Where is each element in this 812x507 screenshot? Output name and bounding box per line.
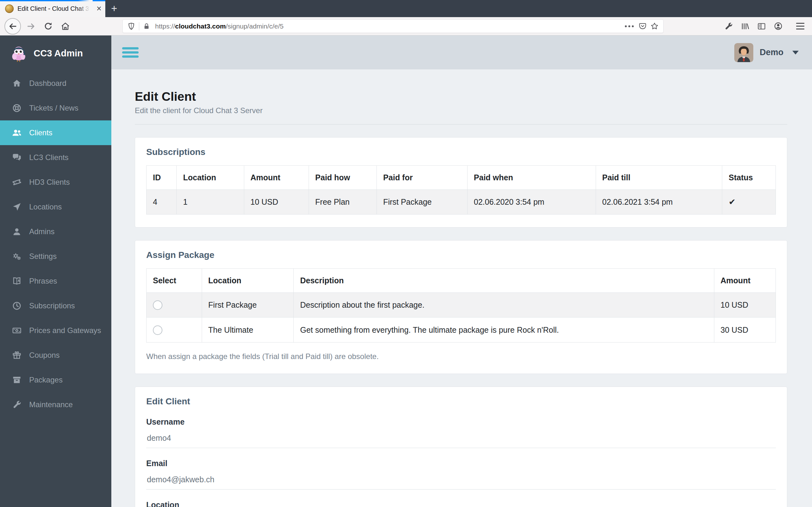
urlbar-separator xyxy=(139,22,139,31)
ticket-icon xyxy=(12,177,21,187)
table-row: First Package Description about the firs… xyxy=(147,293,776,318)
pocket-save-icon[interactable] xyxy=(639,22,647,31)
cogs-icon xyxy=(12,251,21,261)
username-input[interactable]: demo4 xyxy=(146,427,776,448)
assign-package-card: Assign Package Select Location Descripti… xyxy=(135,240,787,374)
url-host: cloudchat3.com xyxy=(175,22,226,30)
package-radio[interactable] xyxy=(153,326,162,335)
card-title: Edit Client xyxy=(146,396,776,406)
col-header-paid-when: Paid when xyxy=(467,166,596,190)
sidebar-item-dashboard[interactable]: Dashboard xyxy=(0,71,111,96)
back-button[interactable] xyxy=(4,18,21,35)
sidebar-item-label: Locations xyxy=(29,203,62,211)
sidebar-item-label: Maintenance xyxy=(29,400,72,409)
cell-description: Description about the first package. xyxy=(294,293,714,318)
cell-select xyxy=(147,318,202,342)
back-arrow-icon xyxy=(8,21,17,31)
col-header-id: ID xyxy=(147,166,177,190)
sidebar-item-coupons[interactable]: Coupons xyxy=(0,343,111,368)
reload-button[interactable] xyxy=(41,21,55,31)
cell-location: 1 xyxy=(177,190,244,215)
chevron-down-icon xyxy=(792,51,799,55)
new-tab-button[interactable]: + xyxy=(105,0,123,17)
col-header-paid-how: Paid how xyxy=(309,166,376,190)
comments-icon xyxy=(12,153,21,162)
package-radio[interactable] xyxy=(153,300,162,310)
address-bar[interactable]: https://cloudchat3.com/signup/admin/c/e/… xyxy=(122,19,664,33)
sidebar-item-admins[interactable]: Admins xyxy=(0,219,111,244)
user-menu[interactable]: Demo xyxy=(734,43,799,62)
cell-select xyxy=(147,293,202,318)
sidebar-item-packages[interactable]: Packages xyxy=(0,368,111,392)
cell-location: First Package xyxy=(202,293,294,318)
sidebar-toggle-button[interactable] xyxy=(755,22,768,31)
sidebar-collapse-button[interactable] xyxy=(122,47,139,58)
sidebar-item-label: LC3 Clients xyxy=(29,153,68,162)
language-book-icon xyxy=(12,276,21,286)
forward-button[interactable] xyxy=(24,21,38,31)
email-input[interactable]: demo4@jakweb.ch xyxy=(146,468,776,490)
wrench-icon xyxy=(724,22,733,31)
browser-tab[interactable]: Edit Client - Cloud Chat 3 :: Adm × xyxy=(0,0,105,17)
cell-location: The Ultimate xyxy=(202,318,294,342)
col-header-paid-for: Paid for xyxy=(377,166,467,190)
cell-id: 4 xyxy=(147,190,177,215)
clock-icon xyxy=(12,301,21,311)
page-actions-icon[interactable] xyxy=(625,25,634,27)
sidebar-item-tickets-news[interactable]: Tickets / News xyxy=(0,96,111,120)
reload-icon xyxy=(44,21,53,31)
sidebar-item-prices-gateways[interactable]: Prices and Gateways xyxy=(0,318,111,343)
sidebar-item-phrases[interactable]: Phrases xyxy=(0,269,111,293)
tab-title: Edit Client - Cloud Chat 3 :: Adm xyxy=(17,5,93,12)
avatar-image xyxy=(734,43,753,62)
browser-toolbar: https://cloudchat3.com/signup/admin/c/e/… xyxy=(0,17,812,36)
sidebar-item-locations[interactable]: Locations xyxy=(0,194,111,219)
brand[interactable]: CC3 Admin xyxy=(0,36,111,71)
sidebar-item-label: Dashboard xyxy=(29,79,66,88)
cell-paid-till: 02.06.2021 3:54 pm xyxy=(596,190,722,215)
cell-paid-how: Free Plan xyxy=(309,190,376,215)
sidebar-item-clients[interactable]: Clients xyxy=(0,120,111,145)
cell-amount: 10 USD xyxy=(244,190,309,215)
col-header-select: Select xyxy=(147,269,202,293)
cell-amount: 10 USD xyxy=(714,293,775,318)
browser-menu-button[interactable] xyxy=(793,23,808,30)
bookmark-star-icon[interactable] xyxy=(650,22,659,31)
account-button[interactable] xyxy=(771,21,785,31)
forward-arrow-icon xyxy=(26,21,36,31)
users-icon xyxy=(12,128,21,137)
url-text: https://cloudchat3.com/signup/admin/c/e/… xyxy=(155,22,284,30)
sidebar-item-label: Subscriptions xyxy=(29,301,75,310)
sidebar-item-label: Admins xyxy=(29,227,55,236)
account-icon xyxy=(774,21,783,31)
col-header-amount: Amount xyxy=(714,269,775,293)
sidebar-item-maintenance[interactable]: Maintenance xyxy=(0,392,111,417)
cell-paid-when: 02.06.2020 3:54 pm xyxy=(467,190,596,215)
library-button[interactable] xyxy=(739,22,752,31)
sidebar-item-label: Settings xyxy=(29,252,57,261)
col-header-description: Description xyxy=(294,269,714,293)
sidebar-item-subscriptions[interactable]: Subscriptions xyxy=(0,293,111,318)
subscriptions-card: Subscriptions ID Location Amount Paid ho… xyxy=(135,137,787,228)
page-content: Edit Client Edit the client for Cloud Ch… xyxy=(111,69,812,507)
lock-icon[interactable] xyxy=(143,22,150,30)
sidebar-item-lc3-clients[interactable]: LC3 Clients xyxy=(0,145,111,170)
avatar xyxy=(734,43,753,62)
sidebar-item-label: HD3 Clients xyxy=(29,178,70,187)
col-header-paid-till: Paid till xyxy=(596,166,722,190)
developer-wrench-button[interactable] xyxy=(722,22,735,31)
tracking-protection-shield-icon[interactable] xyxy=(127,22,136,31)
wrench-icon xyxy=(12,400,21,409)
archive-box-icon xyxy=(12,375,21,385)
home-button[interactable] xyxy=(58,21,72,31)
sidebar-item-hd3-clients[interactable]: HD3 Clients xyxy=(0,170,111,194)
tab-close-icon[interactable]: × xyxy=(96,4,101,13)
table-row: The Ultimate Get something from everythi… xyxy=(147,318,776,342)
app-frame: CC3 Admin Dashboard Tickets / News Clien… xyxy=(0,36,812,507)
assign-package-note: When assign a package the fields (Trial … xyxy=(146,352,776,361)
money-bill-icon xyxy=(12,326,21,335)
sidebar-item-label: Clients xyxy=(29,128,52,137)
sidebar-item-settings[interactable]: Settings xyxy=(0,244,111,269)
cell-paid-for: First Package xyxy=(377,190,467,215)
owl-logo-icon xyxy=(9,44,28,62)
